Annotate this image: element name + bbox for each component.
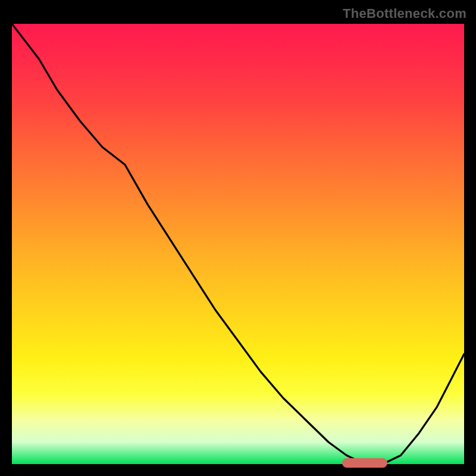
optimal-range-marker: [342, 458, 387, 468]
curve-path: [12, 24, 464, 464]
watermark-text: TheBottleneck.com: [343, 6, 466, 21]
plot-area: [12, 24, 464, 464]
chart-frame: TheBottleneck.com: [6, 6, 470, 470]
bottleneck-curve: [12, 24, 464, 464]
